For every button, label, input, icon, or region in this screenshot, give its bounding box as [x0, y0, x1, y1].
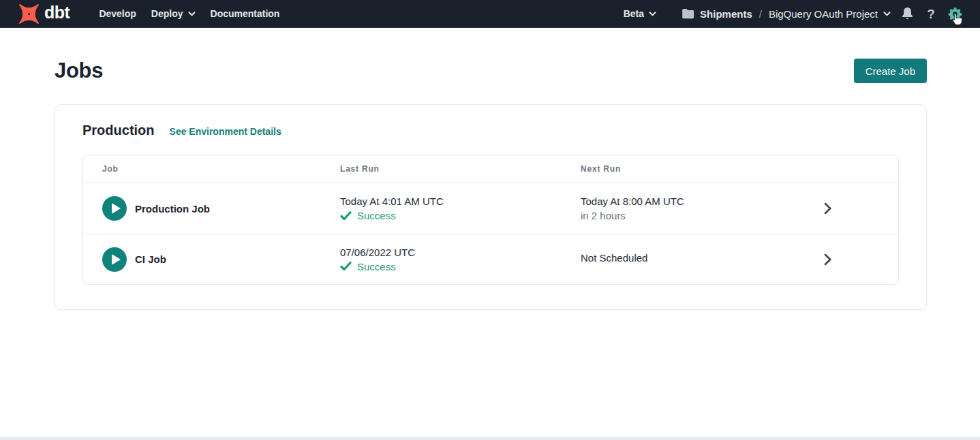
account-name: Shipments: [700, 8, 752, 20]
last-run-time: 07/06/2022 UTC: [340, 247, 581, 258]
chevron-down-icon: [883, 12, 891, 16]
next-run-relative: in 2 hours: [581, 210, 754, 221]
project-switcher[interactable]: Shipments / BigQuery OAuth Project: [682, 8, 891, 20]
last-run-status-label: Success: [357, 261, 396, 272]
job-row-production-job[interactable]: Production Job Today At 4:01 AM UTC Succ…: [83, 183, 898, 234]
play-icon: [112, 254, 121, 265]
last-run-status: Success: [340, 261, 581, 272]
see-environment-details-link[interactable]: See Environment Details: [170, 126, 281, 137]
nav-item-develop-label: Develop: [99, 8, 136, 19]
settings-button[interactable]: [947, 6, 962, 21]
nav-item-documentation-label: Documentation: [211, 8, 280, 19]
beta-dropdown[interactable]: Beta: [624, 8, 656, 19]
next-run-time: Today At 8:00 AM UTC: [581, 195, 754, 207]
last-run-status: Success: [340, 210, 581, 221]
nav-item-develop[interactable]: Develop: [99, 8, 136, 19]
chevron-right-icon: [824, 253, 831, 266]
next-run-time: Not Scheduled: [581, 252, 754, 264]
bottom-edge-strip: [0, 437, 980, 440]
dbt-logo[interactable]: dbt: [18, 3, 70, 25]
play-icon: [112, 203, 121, 214]
top-navbar: dbt Develop Deploy Documentation Beta Sh…: [0, 0, 980, 28]
help-button[interactable]: ?: [923, 6, 938, 21]
chevron-down-icon: [649, 12, 656, 16]
bell-icon: [901, 7, 914, 21]
column-header-last-run: Last Run: [340, 164, 581, 174]
environment-card-header: Production See Environment Details: [82, 123, 899, 138]
last-run-time: Today At 4:01 AM UTC: [340, 195, 581, 207]
chevron-right-icon: [824, 202, 831, 215]
column-header-job: Job: [102, 164, 340, 174]
job-name: Production Job: [135, 203, 210, 215]
last-run-cell: 07/06/2022 UTC Success: [340, 247, 581, 272]
page-header: Jobs Create Job: [55, 59, 927, 83]
row-detail-chevron[interactable]: [754, 202, 899, 215]
dbt-logo-center-dot: [28, 12, 30, 14]
last-run-status-label: Success: [357, 210, 396, 221]
job-name: CI Job: [135, 253, 166, 265]
navbar-right-group: Beta Shipments / BigQuery OAuth Project …: [616, 6, 962, 21]
folder-icon: [682, 8, 694, 19]
nav-item-documentation[interactable]: Documentation: [211, 8, 280, 19]
environment-card: Production See Environment Details Job L…: [55, 104, 927, 310]
last-run-cell: Today At 4:01 AM UTC Success: [340, 195, 581, 221]
dbt-logo-icon: [18, 3, 40, 25]
dbt-logo-text: dbt: [44, 4, 70, 23]
beta-label: Beta: [624, 8, 644, 19]
run-job-button[interactable]: [102, 247, 127, 272]
nav-item-deploy[interactable]: Deploy: [151, 8, 196, 19]
primary-nav: Develop Deploy Documentation: [91, 8, 287, 19]
jobs-table: Job Last Run Next Run Production Job Tod…: [82, 155, 899, 285]
run-job-button[interactable]: [102, 196, 127, 221]
job-cell: Production Job: [102, 196, 340, 221]
project-name: BigQuery OAuth Project: [769, 8, 878, 20]
jobs-table-header: Job Last Run Next Run: [83, 155, 898, 183]
check-icon: [340, 211, 352, 221]
jobs-page: Jobs Create Job Production See Environme…: [0, 59, 980, 310]
chevron-down-icon: [188, 12, 196, 16]
column-header-next-run: Next Run: [581, 164, 754, 174]
notifications-button[interactable]: [900, 6, 915, 21]
job-row-ci-job[interactable]: CI Job 07/06/2022 UTC Success Not Schedu…: [83, 234, 898, 284]
question-mark-icon: ?: [927, 7, 935, 20]
page-title: Jobs: [55, 59, 103, 83]
row-detail-chevron[interactable]: [754, 253, 899, 266]
environment-name: Production: [82, 123, 155, 138]
job-cell: CI Job: [102, 247, 340, 272]
gear-icon: [948, 7, 962, 21]
next-run-cell: Today At 8:00 AM UTC in 2 hours: [581, 195, 754, 221]
nav-item-deploy-label: Deploy: [151, 8, 183, 19]
check-icon: [340, 262, 352, 271]
next-run-cell: Not Scheduled: [581, 252, 754, 266]
breadcrumb-separator: /: [759, 8, 762, 20]
create-job-button[interactable]: Create Job: [854, 59, 927, 83]
